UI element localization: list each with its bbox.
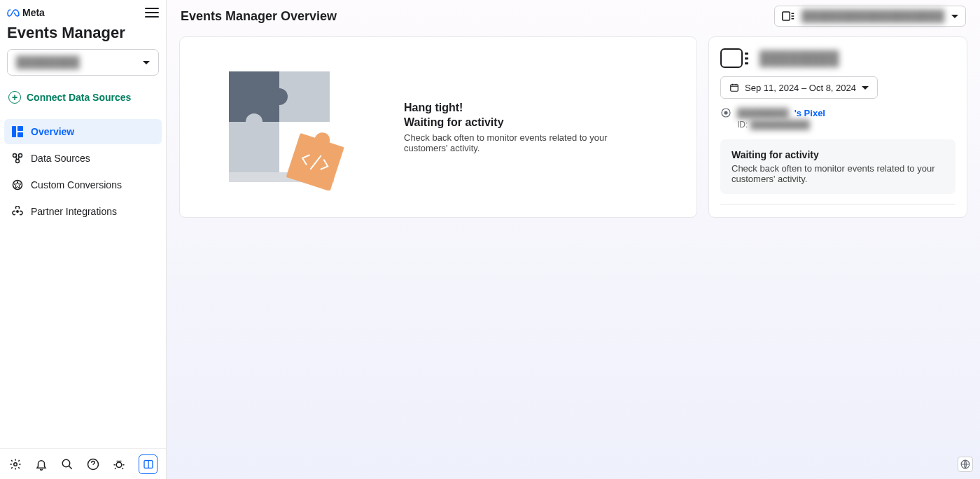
connect-data-sources-link[interactable]: + Connect Data Sources [0,85,166,109]
activity-card: Hang tight! Waiting for activity Check b… [179,36,697,218]
dataset-picker-label: ██████████████████ [802,10,944,22]
settings-button[interactable] [8,457,22,471]
pixel-id-value: ██████████ [750,120,810,130]
side-panel: ████████ Sep 11, 2024 – Oct 8, 2024 ████… [708,36,967,218]
svg-point-20 [271,88,288,105]
sidebar-item-label: Custom Conversions [31,179,122,190]
activity-body: Check back often to monitor events relat… [404,132,642,153]
date-range-label: Sep 11, 2024 – Oct 8, 2024 [745,83,856,93]
account-selector[interactable]: ████████ [7,49,159,76]
dataset-picker[interactable]: ██████████████████ [774,6,966,27]
product-title: Events Manager [0,24,166,49]
sidebar-item-data-sources[interactable]: Data Sources [4,146,162,171]
sidebar-item-label: Partner Integrations [31,206,117,217]
sidebar: Meta Events Manager ████████ + Connect D… [0,0,167,479]
chevron-down-icon [143,61,150,64]
data-sources-icon [11,152,24,165]
sidebar-nav: Overview Data Sources Custom Conversions… [0,119,166,225]
activity-heading: Hang tight! Waiting for activity [404,101,642,130]
waiting-info-box: Waiting for activity Check back often to… [720,139,955,194]
sidebar-item-overview[interactable]: Overview [4,119,162,144]
sidebar-item-custom-conversions[interactable]: Custom Conversions [4,172,162,197]
search-icon [61,458,74,471]
bell-icon [35,458,48,471]
help-button[interactable] [87,457,100,471]
overview-icon [11,125,24,138]
page-title: Events Manager Overview [181,9,337,24]
svg-point-7 [17,211,18,212]
gear-icon [9,458,22,471]
svg-rect-26 [731,85,738,91]
search-button[interactable] [60,457,74,471]
notifications-button[interactable] [34,457,48,471]
pixel-row: ████████ 's Pixel [720,107,955,118]
activity-heading-line2: Waiting for activity [404,116,504,128]
svg-rect-14 [791,13,794,15]
svg-point-9 [62,459,70,467]
activity-heading-line1: Hang tight! [404,102,463,113]
svg-point-22 [246,113,262,130]
pixel-id-row: ID: ██████████ [737,120,955,130]
pixel-icon [720,107,732,118]
svg-point-11 [117,462,122,468]
dataset-large-icon [720,48,743,68]
pixel-id-label: ID: [737,120,748,130]
svg-point-8 [13,462,17,466]
connect-label: Connect Data Sources [27,92,131,103]
side-panel-header: ████████ [720,48,955,68]
svg-point-28 [724,111,727,114]
sidebar-tools [0,448,166,479]
info-box-title: Waiting for activity [732,149,944,160]
help-icon [87,458,99,471]
main-header: Events Manager Overview ████████████████… [167,0,980,28]
pixel-link[interactable]: 's Pixel [794,108,825,118]
svg-rect-2 [18,132,23,137]
sidebar-header: Meta [0,0,166,24]
globe-icon [960,459,970,469]
language-globe-button[interactable] [958,457,973,472]
puzzle-illustration [208,64,369,190]
chevron-down-icon [862,86,869,90]
svg-point-5 [16,160,20,163]
dataset-icon [782,11,794,21]
activity-card-text: Hang tight! Waiting for activity Check b… [404,101,642,154]
meta-brand-text: Meta [22,7,45,18]
divider [720,204,955,204]
pixel-name-prefix: ████████ [737,108,789,118]
svg-rect-13 [783,12,790,20]
bug-icon [113,458,125,471]
plus-circle-icon: + [8,91,21,104]
side-panel-title: ████████ [760,50,839,67]
info-box-body: Check back often to monitor events relat… [732,163,944,184]
date-range-picker[interactable]: Sep 11, 2024 – Oct 8, 2024 [720,76,878,99]
hamburger-menu-icon[interactable] [145,8,159,18]
sidebar-item-label: Data Sources [31,153,90,164]
svg-rect-1 [18,126,23,131]
panel-icon [143,459,154,470]
svg-rect-16 [791,18,794,20]
main-area: Events Manager Overview ████████████████… [167,0,980,479]
meta-logo[interactable]: Meta [7,7,45,18]
partner-integrations-icon [11,205,24,218]
sidebar-item-label: Overview [31,126,74,137]
chevron-down-icon [951,15,958,18]
content-row: Hang tight! Waiting for activity Check b… [167,28,980,226]
sidebar-item-partner-integrations[interactable]: Partner Integrations [4,199,162,224]
custom-conversions-icon [11,179,24,191]
svg-rect-0 [12,126,16,137]
panel-toggle-button[interactable] [139,454,158,474]
account-selector-label: ████████ [16,56,80,69]
svg-rect-15 [791,15,794,17]
calendar-icon [729,83,739,92]
bug-report-button[interactable] [113,457,126,471]
meta-logo-icon [7,8,20,17]
